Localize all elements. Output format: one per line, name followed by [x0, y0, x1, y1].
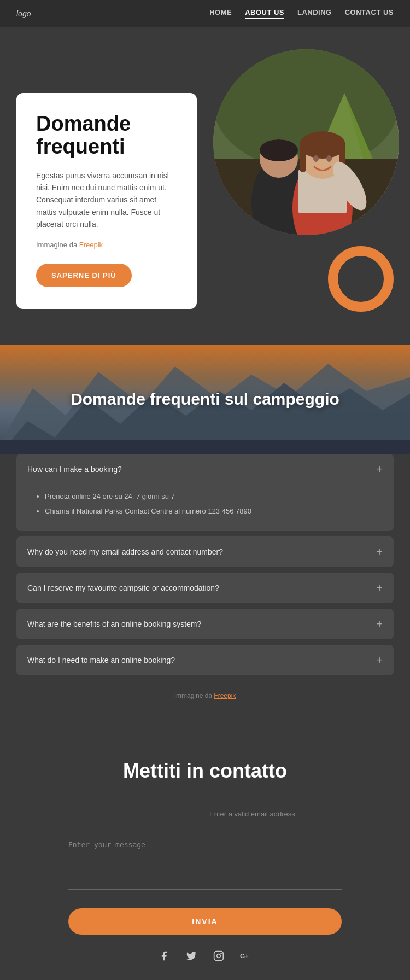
svg-point-7 — [260, 139, 298, 161]
orange-ring-decoration — [328, 246, 394, 312]
contact-form: INVIA — [68, 804, 342, 935]
instagram-icon[interactable] — [210, 948, 227, 964]
svg-point-15 — [326, 155, 332, 162]
faq-freepik-link[interactable]: Freepik — [214, 692, 236, 699]
faq-item-2: Can I reserve my favourite campsite or a… — [16, 573, 394, 603]
faq-question-text-4: What do I need to make an online booking… — [27, 656, 175, 664]
faq-item-1: Why do you need my email address and con… — [16, 536, 394, 567]
social-row: G+ — [16, 935, 394, 980]
mountain-banner: Domande frequenti sul campeggio — [0, 345, 410, 454]
faq-image-credit: Immagine da Freepik — [16, 681, 394, 710]
faq-answer-bullet-0-0: Prenota online 24 ore su 24, 7 giorni su… — [45, 490, 383, 503]
faq-toggle-3[interactable]: + — [376, 619, 383, 629]
faq-question-0[interactable]: How can I make a booking? + — [16, 454, 394, 485]
faq-answer-bullet-0-1: Chiama il National Parks Contact Centre … — [45, 505, 383, 517]
navbar: logo HOME ABOUT US LANDING CONTACT US — [0, 0, 410, 27]
hero-section: Domande frequenti Egestas purus viverra … — [0, 27, 410, 345]
googleplus-icon[interactable]: G+ — [238, 948, 254, 964]
nav-links: HOME ABOUT US LANDING CONTACT US — [209, 8, 394, 19]
svg-rect-21 — [214, 951, 224, 960]
faq-answer-0: Prenota online 24 ore su 24, 7 giorni su… — [16, 485, 394, 531]
hero-image-svg — [213, 49, 399, 235]
banner-title: Domande frequenti sul campeggio — [71, 390, 339, 409]
faq-question-1[interactable]: Why do you need my email address and con… — [16, 536, 394, 567]
hero-image-credit: Immagine da Freepik — [36, 240, 177, 251]
svg-rect-12 — [300, 145, 306, 172]
faq-item-3: What are the benefits of an online booki… — [16, 609, 394, 639]
message-textarea[interactable] — [68, 835, 342, 890]
svg-rect-20 — [0, 440, 410, 454]
hero-body: Egestas purus viverra accumsan in nisl n… — [36, 170, 177, 231]
facebook-icon[interactable] — [156, 948, 172, 964]
faq-question-text-2: Can I reserve my favourite campsite or a… — [27, 584, 219, 592]
contact-section: Mettiti in contatto INVIA G+ — [0, 732, 410, 980]
faq-question-text-1: Why do you need my email address and con… — [27, 547, 223, 556]
twitter-icon[interactable] — [183, 948, 200, 964]
faq-section: How can I make a booking? + Prenota onli… — [0, 454, 410, 732]
faq-item-4: What do I need to make an online booking… — [16, 645, 394, 675]
svg-point-11 — [300, 131, 345, 159]
faq-toggle-2[interactable]: + — [376, 582, 383, 593]
faq-toggle-1[interactable]: + — [376, 546, 383, 557]
faq-toggle-0[interactable]: + — [376, 464, 383, 475]
nav-about[interactable]: ABOUT US — [245, 8, 284, 19]
faq-item-0: How can I make a booking? + Prenota onli… — [16, 454, 394, 531]
faq-question-text-0: How can I make a booking? — [27, 465, 122, 474]
hero-card: Domande frequenti Egestas purus viverra … — [16, 93, 197, 309]
svg-point-14 — [313, 155, 319, 162]
form-row-name-email — [68, 804, 342, 824]
svg-text:G+: G+ — [240, 952, 249, 959]
nav-landing[interactable]: LANDING — [297, 8, 332, 19]
logo: logo — [16, 9, 31, 18]
faq-question-text-3: What are the benefits of an online booki… — [27, 620, 201, 628]
hero-circle-image — [213, 49, 399, 235]
contact-title: Mettiti in contatto — [16, 760, 394, 783]
nav-contact[interactable]: CONTACT US — [345, 8, 394, 19]
svg-point-22 — [217, 954, 221, 958]
learn-more-button[interactable]: SAPERNE DI PIÙ — [36, 264, 132, 287]
faq-question-4[interactable]: What do I need to make an online booking… — [16, 645, 394, 675]
svg-point-23 — [220, 953, 222, 954]
email-input[interactable] — [209, 804, 342, 824]
hero-title: Domande frequenti — [36, 113, 177, 159]
nav-home[interactable]: HOME — [209, 8, 232, 19]
faq-question-2[interactable]: Can I reserve my favourite campsite or a… — [16, 573, 394, 603]
submit-button[interactable]: INVIA — [68, 908, 342, 935]
freepik-link[interactable]: Freepik — [79, 241, 103, 249]
faq-toggle-4[interactable]: + — [376, 655, 383, 666]
name-input[interactable] — [68, 804, 201, 824]
faq-question-3[interactable]: What are the benefits of an online booki… — [16, 609, 394, 639]
